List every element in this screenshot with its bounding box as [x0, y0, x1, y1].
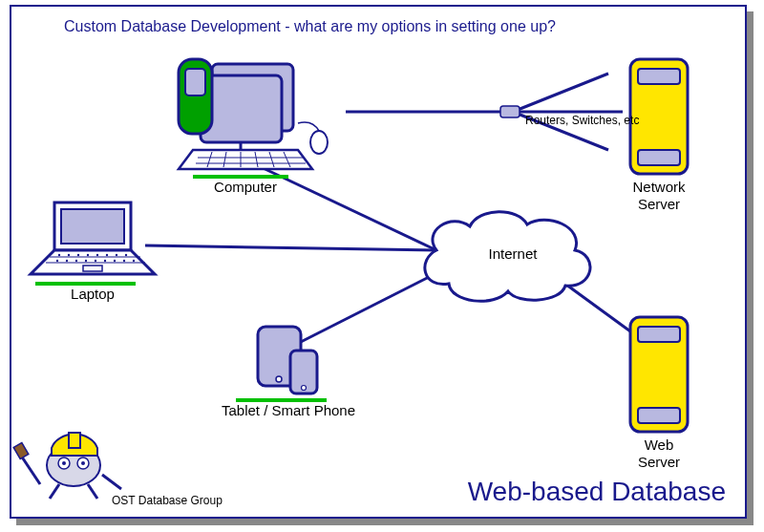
svg-rect-56: [638, 408, 680, 423]
big-title: Web-based Database: [468, 477, 726, 507]
footer-label: OST Database Group: [112, 494, 223, 507]
svg-point-42: [114, 260, 116, 262]
web-server-icon: [630, 317, 688, 432]
svg-point-37: [66, 260, 68, 262]
svg-point-34: [116, 254, 117, 256]
svg-line-64: [102, 475, 121, 489]
svg-point-39: [85, 260, 87, 262]
svg-point-33: [106, 254, 108, 256]
laptop-icon: [31, 202, 155, 284]
svg-point-30: [77, 254, 79, 256]
svg-point-49: [302, 386, 307, 391]
svg-point-36: [56, 260, 58, 262]
web-server-label: Web Server: [611, 436, 707, 471]
svg-rect-58: [69, 433, 80, 448]
diagram-container: Custom Database Development - what are m…: [0, 0, 764, 532]
internet-label: Internet: [465, 245, 561, 262]
svg-point-35: [125, 254, 127, 256]
svg-point-20: [310, 131, 328, 154]
svg-point-62: [81, 461, 85, 465]
svg-point-28: [58, 254, 60, 256]
laptop-label: Laptop: [45, 286, 140, 302]
routers-label: Routers, Switches, etc: [525, 114, 639, 127]
svg-line-67: [88, 484, 97, 499]
svg-rect-24: [61, 209, 124, 244]
svg-rect-55: [638, 327, 680, 342]
svg-point-43: [123, 260, 125, 262]
svg-point-61: [62, 461, 66, 465]
svg-rect-4: [500, 106, 520, 117]
svg-point-44: [133, 260, 135, 262]
computer-icon: [179, 59, 328, 177]
svg-rect-65: [13, 442, 29, 458]
mascot-icon: [13, 433, 121, 499]
frame: Custom Database Development - what are m…: [10, 5, 747, 519]
svg-rect-53: [638, 150, 680, 165]
svg-point-40: [95, 260, 96, 262]
svg-point-32: [96, 254, 98, 256]
svg-point-29: [68, 254, 70, 256]
svg-line-63: [21, 456, 40, 484]
tablet-icon: [236, 327, 327, 400]
svg-rect-52: [638, 69, 680, 84]
svg-point-38: [75, 260, 77, 262]
svg-line-6: [145, 245, 436, 250]
computer-label: Computer: [198, 179, 293, 195]
svg-rect-25: [83, 266, 102, 271]
svg-point-47: [276, 376, 282, 382]
svg-line-7: [293, 272, 438, 346]
svg-point-31: [87, 254, 89, 256]
svg-line-66: [50, 484, 59, 499]
svg-line-1: [513, 74, 608, 112]
svg-point-41: [104, 260, 106, 262]
svg-rect-22: [185, 69, 205, 96]
tablet-label: Tablet / Smart Phone: [212, 402, 365, 418]
network-server-label: Network Server: [611, 179, 707, 213]
